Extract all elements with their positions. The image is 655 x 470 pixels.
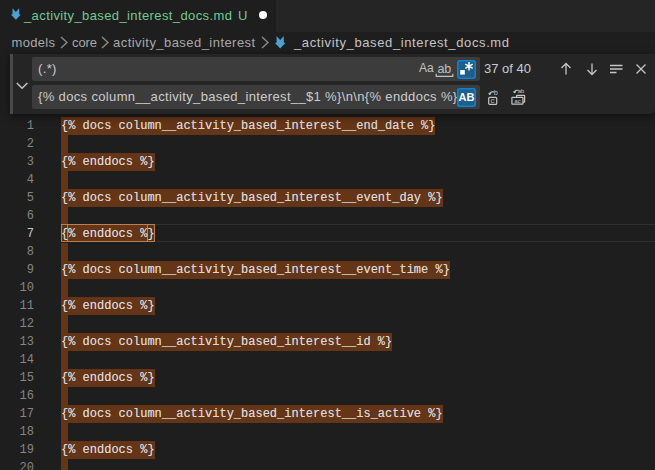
svg-text:c: c: [491, 97, 495, 105]
svg-text:ab: ab: [437, 62, 451, 76]
svg-text:ab: ab: [518, 88, 525, 95]
svg-text:ac: ac: [514, 98, 521, 105]
